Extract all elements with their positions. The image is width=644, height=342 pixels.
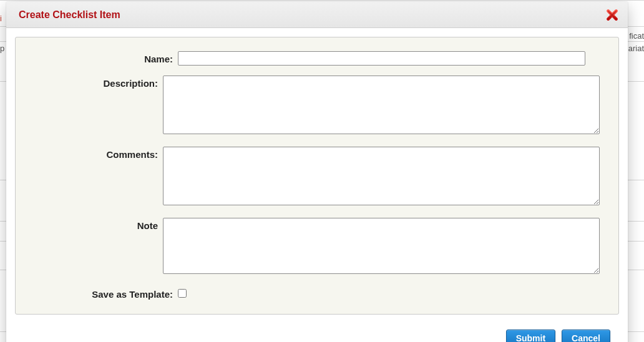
submit-button[interactable]: Submit [506, 330, 555, 342]
dialog-title: Create Checklist Item [19, 9, 605, 21]
row-note: Note [34, 218, 600, 276]
label-description: Description: [34, 76, 163, 89]
comments-textarea[interactable] [163, 147, 600, 205]
bg-text: ficat [629, 31, 644, 41]
label-name: Name: [34, 51, 178, 64]
dialog-body: Name: Description: Comments: Note [6, 28, 628, 323]
row-name: Name: [34, 51, 600, 66]
bg-text: ariat [628, 44, 644, 53]
close-icon [605, 8, 619, 22]
row-description: Description: [34, 76, 600, 137]
create-checklist-item-dialog: Create Checklist Item Name: [6, 2, 628, 342]
label-note: Note [34, 218, 163, 231]
dialog-header: Create Checklist Item [6, 2, 628, 28]
row-comments: Comments: [34, 147, 600, 208]
label-comments: Comments: [34, 147, 163, 160]
dialog-footer: Submit Cancel [6, 323, 628, 342]
row-save-as-template: Save as Template: [34, 286, 600, 300]
form-panel: Name: Description: Comments: Note [15, 37, 619, 315]
note-textarea[interactable] [163, 218, 600, 274]
description-textarea[interactable] [163, 76, 600, 134]
bg-text: p [0, 44, 4, 53]
save-as-template-checkbox[interactable] [178, 289, 187, 298]
close-button[interactable] [605, 8, 619, 22]
name-input[interactable] [178, 51, 585, 66]
label-save-as-template: Save as Template: [34, 286, 178, 300]
bg-text: i [0, 14, 2, 23]
cancel-button[interactable]: Cancel [562, 330, 610, 342]
